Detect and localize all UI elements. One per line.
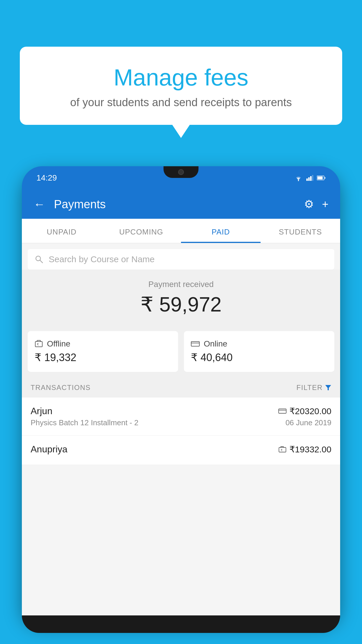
phone-bottom	[22, 615, 340, 633]
svg-rect-7	[324, 177, 326, 179]
app-header: ← Payments ⚙ +	[22, 190, 340, 219]
payment-cards: ₹ Offline ₹ 19,332	[22, 325, 340, 378]
transaction-name: Arjun	[31, 406, 52, 416]
search-icon	[35, 255, 43, 264]
transaction-payment-icon: ₹	[278, 446, 287, 453]
transaction-bottom: Physics Batch 12 Installment - 2 06 June…	[31, 418, 331, 427]
svg-rect-1	[306, 178, 308, 181]
offline-card-header: ₹ Offline	[35, 339, 171, 349]
payment-amount: ₹ 59,972	[28, 293, 334, 316]
payment-section: Payment received ₹ 59,972	[22, 270, 340, 325]
add-icon[interactable]: +	[322, 198, 328, 211]
speech-bubble: Manage fees of your students and send re…	[20, 47, 342, 125]
svg-rect-12	[191, 342, 199, 346]
payment-label: Payment received	[28, 280, 334, 289]
transaction-top: Anupriya ₹ ₹19332.00	[31, 444, 331, 455]
svg-line-9	[40, 260, 43, 263]
online-icon	[191, 341, 200, 347]
content-area: Search by Course or Name Payment receive…	[22, 243, 340, 615]
bubble-title: Manage fees	[34, 64, 328, 91]
transaction-amount-container: ₹20320.00	[278, 406, 331, 416]
online-card: Online ₹ 40,640	[184, 331, 334, 372]
online-label: Online	[204, 339, 227, 349]
transaction-row[interactable]: Anupriya ₹ ₹19332.00	[22, 436, 340, 465]
signal-icon	[306, 175, 313, 181]
svg-point-0	[298, 180, 299, 181]
camera	[178, 169, 184, 175]
transaction-course: Physics Batch 12 Installment - 2	[31, 418, 138, 427]
svg-rect-4	[312, 175, 314, 181]
status-bar: 14:29	[22, 166, 340, 190]
offline-label: Offline	[47, 339, 70, 349]
svg-rect-15	[279, 409, 286, 413]
svg-rect-2	[308, 177, 310, 181]
svg-marker-14	[325, 385, 331, 390]
tab-unpaid[interactable]: UNPAID	[22, 219, 101, 243]
transactions-header: TRANSACTIONS FILTER	[22, 378, 340, 398]
phone-frame: 14:29	[22, 166, 340, 621]
tab-upcoming[interactable]: UPCOMING	[101, 219, 181, 243]
speech-bubble-container: Manage fees of your students and send re…	[20, 47, 342, 125]
header-icons: ⚙ +	[304, 198, 328, 211]
search-placeholder: Search by Course or Name	[49, 254, 155, 264]
bubble-subtitle: of your students and send receipts to pa…	[34, 96, 328, 109]
header-title: Payments	[54, 198, 295, 211]
svg-text:₹: ₹	[37, 343, 39, 346]
online-card-header: Online	[191, 339, 327, 349]
tab-paid[interactable]: PAID	[181, 219, 261, 243]
search-bar[interactable]: Search by Course or Name	[28, 249, 334, 270]
phone-container: 14:29	[22, 166, 340, 644]
tab-students[interactable]: STUDENTS	[261, 219, 340, 243]
tabs-container: UNPAID UPCOMING PAID STUDENTS	[22, 219, 340, 243]
offline-card: ₹ Offline ₹ 19,332	[28, 331, 178, 372]
transaction-top: Arjun ₹20320.00	[31, 406, 331, 416]
transaction-name: Anupriya	[31, 444, 67, 455]
svg-rect-3	[310, 176, 312, 181]
status-time: 14:29	[36, 173, 57, 183]
filter-button[interactable]: FILTER	[296, 384, 331, 392]
transaction-payment-icon	[278, 408, 287, 414]
svg-rect-10	[35, 342, 42, 347]
phone-screen: ← Payments ⚙ + UNPAID UPCOMING PAID	[22, 190, 340, 615]
status-icons	[294, 175, 326, 181]
svg-text:₹: ₹	[281, 449, 282, 452]
transaction-amount-container: ₹ ₹19332.00	[278, 444, 331, 454]
transaction-amount: ₹19332.00	[289, 444, 331, 454]
battery-icon	[317, 176, 326, 180]
svg-rect-17	[279, 447, 286, 452]
offline-amount: ₹ 19,332	[35, 351, 171, 364]
transaction-row[interactable]: Arjun ₹20320.00 Physics Batch 12 Install…	[22, 398, 340, 436]
wifi-icon	[294, 175, 303, 181]
transactions-label: TRANSACTIONS	[31, 384, 91, 392]
notch	[164, 166, 198, 178]
online-amount: ₹ 40,640	[191, 351, 327, 364]
offline-icon: ₹	[35, 340, 43, 348]
svg-rect-6	[317, 176, 323, 179]
back-button[interactable]: ←	[34, 198, 45, 211]
transaction-date: 06 June 2019	[285, 418, 331, 427]
settings-icon[interactable]: ⚙	[304, 198, 314, 211]
filter-icon	[325, 384, 331, 391]
transaction-amount: ₹20320.00	[289, 406, 331, 416]
